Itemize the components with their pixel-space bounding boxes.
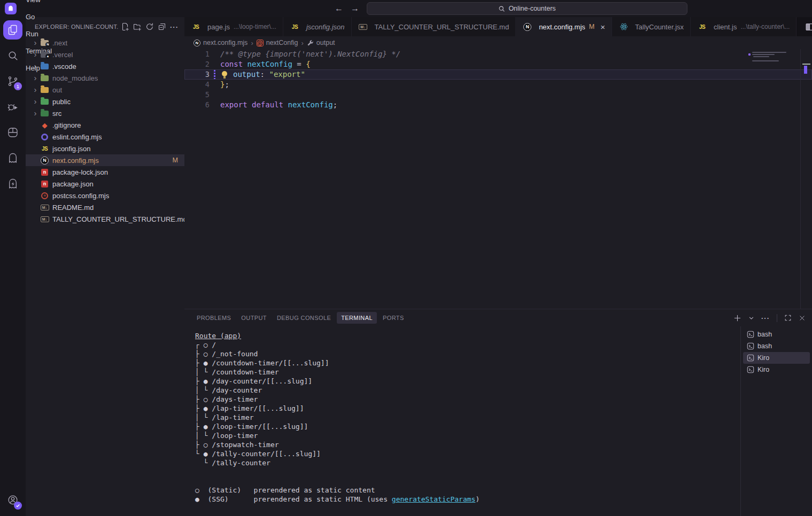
file-label: jsconfig.json	[52, 145, 184, 153]
back-button[interactable]: ←	[335, 4, 343, 13]
file-label: README.md	[52, 204, 184, 212]
panel-tab-ports[interactable]: PORTS	[378, 312, 408, 324]
tab-page.js[interactable]: JSpage.js...\loop-timer\...	[184, 17, 283, 36]
tree-item-next.config.mjs[interactable]: Nnext.config.mjsM	[26, 154, 184, 166]
terminal-icon	[747, 366, 754, 373]
code-editor[interactable]: 1/** @type {import('next').NextConfig} *…	[184, 49, 812, 309]
menu-run[interactable]: Run	[21, 26, 59, 43]
tab-label: client.js	[714, 23, 737, 31]
source-control-icon[interactable]: 1	[0, 68, 26, 94]
terminal-session-bash[interactable]: bash	[743, 340, 810, 352]
collapse-all-icon[interactable]	[156, 21, 168, 33]
account-icon[interactable]	[0, 489, 26, 511]
panel-tab-debug-console[interactable]: DEBUG CONSOLE	[273, 312, 335, 324]
terminal-text: )	[475, 495, 480, 503]
tree-item-package.json[interactable]: npackage.json	[26, 178, 184, 190]
terminal-icon	[747, 331, 754, 338]
refresh-icon[interactable]	[144, 21, 156, 33]
tab-label: page.js	[207, 23, 230, 31]
file-label: .vscode	[52, 62, 184, 71]
line-number: 1	[184, 49, 210, 59]
menu-terminal[interactable]: Terminal	[21, 43, 59, 60]
breadcrumb-separator: ›	[251, 39, 253, 47]
lightbulb-icon[interactable]	[221, 71, 228, 79]
tab-tallycounter.jsx[interactable]: TallyCounter.jsx	[612, 17, 691, 36]
new-terminal-icon[interactable]	[733, 314, 741, 322]
file-label: package-lock.json	[52, 168, 184, 176]
tree-item-readme.md[interactable]: M↓README.md	[26, 201, 184, 213]
code-token	[301, 59, 306, 69]
tree-item-src[interactable]: ›src	[26, 107, 184, 119]
menu-help[interactable]: Help	[21, 60, 59, 77]
breadcrumb-label: nextConfig	[266, 39, 298, 46]
terminal-line: ○ (Static) prerendered as static content	[195, 486, 740, 495]
forward-button[interactable]: →	[351, 4, 359, 13]
file-icon-postcss.config.mjs	[40, 192, 50, 199]
line-number: 6	[184, 100, 210, 110]
tree-item-tally_counter_url_structure.md[interactable]: M↓TALLY_COUNTER_URL_STRUCTURE.md	[26, 213, 184, 225]
terminal-session-kiro[interactable]: Kiro	[743, 364, 810, 376]
terminal-session-bash[interactable]: bash	[743, 329, 810, 340]
terminal-session-label: bash	[757, 342, 772, 350]
explorer-icon[interactable]	[0, 17, 26, 43]
tree-item-jsconfig.json[interactable]: JSjsconfig.json	[26, 143, 184, 154]
new-file-icon[interactable]	[119, 21, 131, 33]
panel-tab-problems[interactable]: PROBLEMS	[192, 312, 235, 324]
code-token	[265, 69, 269, 80]
extensions-icon[interactable]	[0, 120, 26, 145]
tree-item-out[interactable]: ›out	[26, 84, 184, 96]
search-text: Online-counters	[508, 5, 555, 12]
terminal-link[interactable]: generateStaticParams	[392, 495, 476, 503]
split-editor-icon[interactable]	[805, 22, 812, 32]
terminal-text: Route (app)	[195, 332, 241, 340]
breadcrumb-item-next.config.mjs[interactable]: Nnext.config.mjs	[194, 39, 248, 46]
minimap[interactable]	[748, 49, 800, 309]
tree-item-eslint.config.mjs[interactable]: eslint.config.mjs	[26, 131, 184, 143]
chevron-down-icon[interactable]	[748, 315, 754, 321]
code-line-3: 3output: "export"	[184, 69, 812, 80]
file-label: package.json	[52, 180, 184, 188]
code-token: const	[220, 59, 243, 69]
tab-label: TALLY_COUNTER_URL_STRUCTURE.md	[375, 23, 509, 31]
terminal-session-label: bash	[757, 331, 772, 338]
close-icon[interactable]	[799, 315, 806, 322]
panel-actions-divider	[777, 314, 777, 322]
tree-item-package-lock.json[interactable]: npackage-lock.json	[26, 166, 184, 178]
menu-view[interactable]: View	[21, 0, 59, 9]
more-icon[interactable]: ···	[168, 21, 180, 33]
code-token: output	[233, 69, 260, 80]
kiro-chat-icon[interactable]	[0, 171, 26, 197]
menu-go[interactable]: Go	[21, 9, 59, 26]
source-control-badge: 1	[14, 82, 22, 90]
kiro-ghost-icon[interactable]	[0, 145, 26, 171]
tree-item-.gitignore[interactable]: ◆.gitignore	[26, 119, 184, 131]
tab-tally_counter_url_structure.md[interactable]: M↓TALLY_COUNTER_URL_STRUCTURE.md	[352, 17, 516, 36]
terminal-line: ├ ○ /_not-found	[195, 349, 740, 358]
tab-next.config.mjs[interactable]: Nnext.config.mjsM×	[516, 17, 612, 36]
command-center-search[interactable]: Online-counters	[367, 2, 687, 15]
breadcrumb-item-output[interactable]: output	[307, 39, 335, 46]
breadcrumb-item-nextconfig[interactable]: @nextConfig	[257, 39, 298, 46]
kiro-logo[interactable]	[5, 3, 17, 14]
panel-tab-output[interactable]: OUTPUT	[237, 312, 271, 324]
terminal-line: │ └ /day-counter	[195, 386, 740, 395]
run-debug-icon[interactable]	[0, 94, 26, 120]
tab-jsconfig.json[interactable]: JSjsconfig.json	[283, 17, 352, 36]
file-label: .vercel	[52, 51, 184, 59]
tab-modified-badge: M	[589, 23, 594, 30]
tab-path-detail: ...\tally-counter\...	[740, 23, 790, 30]
terminal-session-kiro[interactable]: Kiro	[743, 352, 810, 364]
panel-tab-terminal[interactable]: TERMINAL	[337, 312, 377, 324]
new-folder-icon[interactable]	[132, 21, 143, 33]
tab-client.js[interactable]: JSclient.js...\tally-counter\...	[691, 17, 796, 36]
code-text: /** @type {import('next').NextConfig} */	[210, 49, 400, 59]
maximize-icon[interactable]	[784, 314, 792, 322]
more-icon[interactable]: ···	[761, 314, 770, 322]
tree-item-public[interactable]: ›public	[26, 96, 184, 107]
search-icon[interactable]	[0, 43, 26, 68]
overview-ruler[interactable]	[800, 49, 812, 309]
terminal-output[interactable]: Route (app)┌ ○ /├ ○ /_not-found├ ● /coun…	[184, 326, 740, 516]
tree-item-postcss.config.mjs[interactable]: postcss.config.mjs	[26, 190, 184, 201]
tab-close-icon[interactable]: ×	[600, 23, 605, 31]
symbol-object-icon: @	[257, 40, 264, 46]
